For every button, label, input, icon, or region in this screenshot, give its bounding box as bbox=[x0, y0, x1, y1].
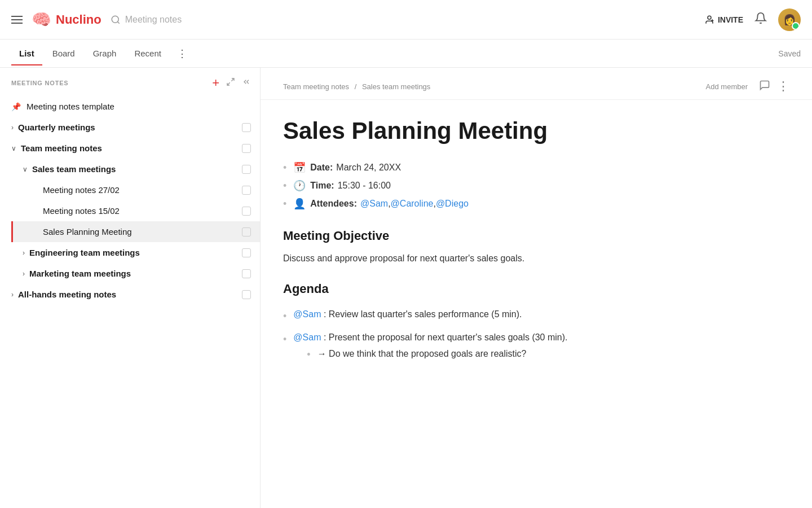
notification-bell-icon[interactable] bbox=[754, 12, 767, 27]
time-label: Time: bbox=[310, 181, 334, 191]
objective-heading: Meeting Objective bbox=[283, 229, 789, 243]
pin-icon: 📌 bbox=[11, 102, 21, 111]
agenda-heading: Agenda bbox=[283, 282, 789, 296]
sidebar-item-notes-1502[interactable]: Meeting notes 15/02 bbox=[11, 200, 260, 221]
quarterly-checkbox[interactable] bbox=[242, 123, 251, 132]
logo-text: Nuclino bbox=[56, 12, 102, 27]
breadcrumb-parent1[interactable]: Team meeting notes bbox=[283, 82, 349, 91]
sidebar-group-sales: ∨ Sales team meetings Meeting notes 27/0… bbox=[0, 159, 260, 242]
team-label: Team meeting notes bbox=[21, 143, 242, 153]
tab-more-button[interactable]: ⋮ bbox=[171, 43, 193, 64]
svg-line-6 bbox=[227, 82, 230, 85]
sidebar: MEETING NOTES + 📌 Meeting notes template… bbox=[0, 68, 261, 508]
sales-planning-checkbox[interactable] bbox=[242, 227, 251, 237]
tab-recent[interactable]: Recent bbox=[126, 42, 169, 65]
logo[interactable]: 🧠 Nuclino bbox=[32, 10, 102, 29]
agenda-text-1: : Review last quarter's sales performanc… bbox=[324, 309, 522, 319]
team-checkbox[interactable] bbox=[242, 144, 251, 153]
sidebar-item-label: Meeting notes template bbox=[27, 102, 251, 111]
attendees-label: Attendees: bbox=[310, 199, 357, 209]
sales-checkbox[interactable] bbox=[242, 165, 251, 174]
svg-point-0 bbox=[112, 16, 118, 23]
content-area: Team meeting notes / Sales team meetings… bbox=[261, 68, 812, 508]
allhands-group-header[interactable]: › All-hands meeting notes bbox=[0, 284, 260, 305]
mention-caroline[interactable]: @Caroline bbox=[391, 199, 434, 209]
tabbar: List Board Graph Recent ⋮ Saved bbox=[0, 40, 812, 68]
comment-icon[interactable] bbox=[759, 80, 770, 94]
agenda-sublist: → Do we think that the proposed goals ar… bbox=[293, 344, 567, 365]
agenda-subitem-text: → Do we think that the proposed goals ar… bbox=[317, 347, 527, 361]
logo-brain-icon: 🧠 bbox=[32, 10, 51, 29]
engineering-checkbox[interactable] bbox=[242, 248, 251, 257]
agenda-item-2: @Sam : Present the proposal for next qua… bbox=[283, 327, 789, 368]
agenda-item-1: @Sam : Review last quarter's sales perfo… bbox=[283, 304, 789, 327]
chevron-down-icon: ∨ bbox=[11, 144, 16, 152]
sales-chevron-down-icon: ∨ bbox=[23, 165, 28, 173]
menu-button[interactable] bbox=[11, 16, 23, 24]
mention-diego[interactable]: @Diego bbox=[436, 199, 469, 209]
engineering-group-header[interactable]: › Engineering team meetings bbox=[11, 242, 260, 263]
collapse-sidebar-icon[interactable] bbox=[242, 77, 251, 89]
tab-graph[interactable]: Graph bbox=[85, 42, 125, 65]
avatar[interactable]: 👩 bbox=[778, 8, 801, 31]
search-bar[interactable]: Meeting notes bbox=[111, 15, 695, 25]
sidebar-item-notes-2702[interactable]: Meeting notes 27/02 bbox=[11, 179, 260, 200]
main-layout: MEETING NOTES + 📌 Meeting notes template… bbox=[0, 68, 812, 508]
notes-1502-checkbox[interactable] bbox=[242, 207, 251, 216]
expand-icon[interactable] bbox=[226, 77, 235, 89]
sidebar-group-team: ∨ Team meeting notes ∨ Sales team meetin… bbox=[0, 138, 260, 284]
sidebar-group-quarterly: › Quarterly meetings bbox=[0, 117, 260, 138]
notes-2702-checkbox[interactable] bbox=[242, 186, 251, 195]
marketing-checkbox[interactable] bbox=[242, 269, 251, 278]
objective-text: Discuss and approve proposal for next qu… bbox=[283, 251, 789, 266]
content-header-icons: ⋮ bbox=[759, 79, 789, 94]
allhands-label: All-hands meeting notes bbox=[18, 290, 242, 299]
sales-label: Sales team meetings bbox=[32, 164, 242, 174]
sidebar-group-marketing: › Marketing team meetings bbox=[0, 263, 260, 284]
team-group-header[interactable]: ∨ Team meeting notes bbox=[0, 138, 260, 159]
mention-sam[interactable]: @Sam bbox=[360, 199, 388, 209]
notes-2702-label: Meeting notes 27/02 bbox=[43, 185, 242, 195]
sidebar-group-allhands: › All-hands meeting notes bbox=[0, 284, 260, 305]
content-body: Sales Planning Meeting 📅 Date: March 24,… bbox=[261, 100, 812, 385]
date-value: March 24, 20XX bbox=[336, 163, 401, 173]
more-options-icon[interactable]: ⋮ bbox=[777, 79, 789, 94]
breadcrumb: Team meeting notes / Sales team meetings bbox=[283, 82, 695, 91]
marketing-group-header[interactable]: › Marketing team meetings bbox=[11, 263, 260, 284]
svg-point-2 bbox=[708, 16, 711, 19]
search-placeholder: Meeting notes bbox=[125, 15, 182, 25]
breadcrumb-parent2[interactable]: Sales team meetings bbox=[362, 82, 430, 91]
quarterly-group-header[interactable]: › Quarterly meetings bbox=[0, 117, 260, 138]
quarterly-label: Quarterly meetings bbox=[18, 122, 242, 132]
agenda-mention-sam-2[interactable]: @Sam bbox=[293, 332, 321, 342]
sidebar-item-sales-planning[interactable]: Sales Planning Meeting bbox=[11, 221, 260, 242]
search-icon bbox=[111, 15, 121, 25]
sales-planning-label: Sales Planning Meeting bbox=[43, 227, 242, 237]
svg-line-1 bbox=[117, 21, 119, 23]
agenda-subitem-1: → Do we think that the proposed goals ar… bbox=[307, 344, 567, 365]
tab-list[interactable]: List bbox=[11, 42, 42, 65]
topbar-right: INVITE 👩 bbox=[704, 8, 801, 31]
agenda-text-2: : Present the proposal for next quarter'… bbox=[324, 332, 568, 342]
meta-date: 📅 Date: March 24, 20XX bbox=[283, 159, 789, 177]
invite-label: INVITE bbox=[718, 15, 743, 24]
calendar-icon: 📅 bbox=[293, 161, 306, 174]
sidebar-item-template[interactable]: 📌 Meeting notes template bbox=[0, 96, 260, 117]
content-header: Team meeting notes / Sales team meetings… bbox=[261, 68, 812, 100]
meta-list: 📅 Date: March 24, 20XX 🕐 Time: 15:30 - 1… bbox=[283, 159, 789, 213]
invite-button[interactable]: INVITE bbox=[704, 15, 743, 25]
tab-board[interactable]: Board bbox=[45, 42, 83, 65]
add-member-button[interactable]: Add member bbox=[706, 82, 748, 91]
agenda-mention-sam-1[interactable]: @Sam bbox=[293, 309, 321, 319]
sales-group-header[interactable]: ∨ Sales team meetings bbox=[11, 159, 260, 179]
allhands-chevron-icon: › bbox=[11, 291, 14, 299]
sidebar-actions: + bbox=[212, 77, 251, 89]
engineering-label: Engineering team meetings bbox=[29, 248, 242, 257]
saved-status: Saved bbox=[778, 49, 801, 58]
allhands-checkbox[interactable] bbox=[242, 290, 251, 299]
meta-time: 🕐 Time: 15:30 - 16:00 bbox=[283, 177, 789, 195]
document-title: Sales Planning Meeting bbox=[283, 117, 789, 145]
marketing-chevron-icon: › bbox=[23, 270, 25, 278]
topbar: 🧠 Nuclino Meeting notes INVITE 👩 bbox=[0, 0, 812, 40]
add-item-button[interactable]: + bbox=[212, 77, 219, 89]
